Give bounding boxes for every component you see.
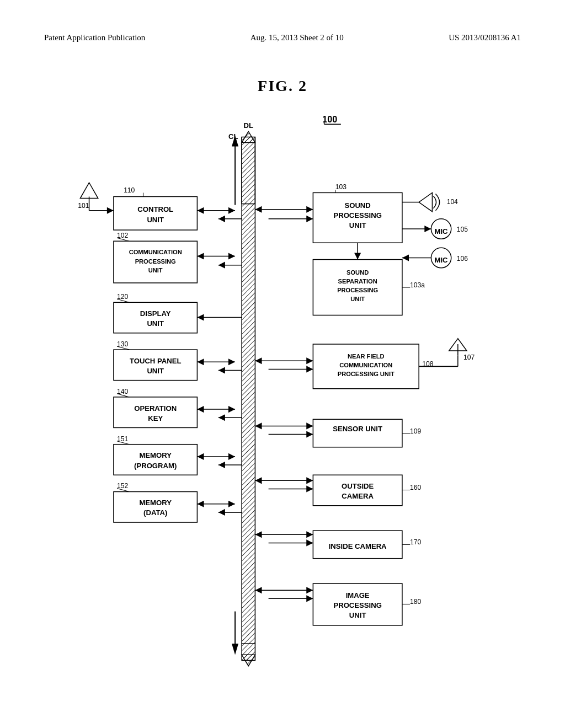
svg-text:PROCESSING: PROCESSING	[337, 287, 378, 293]
svg-marker-107	[306, 485, 313, 492]
header-left: Patent Application Publication	[44, 33, 145, 42]
svg-marker-105	[255, 477, 262, 484]
svg-text:COMMUNICATION: COMMUNICATION	[129, 249, 182, 255]
ref-160: 160	[410, 484, 421, 491]
block-diagram: 100 CL DL 101 CONTROL UNIT 110 COMMUN	[33, 110, 548, 695]
cl-label: CL	[228, 132, 238, 141]
svg-text:UNIT: UNIT	[147, 367, 164, 375]
svg-text:TOUCH PANEL: TOUCH PANEL	[130, 357, 181, 365]
svg-text:OUTSIDE: OUTSIDE	[342, 482, 374, 490]
cl-arrow-down	[232, 644, 238, 655]
svg-marker-40	[197, 406, 204, 413]
svg-marker-24	[218, 262, 225, 269]
svg-text:SOUND: SOUND	[347, 269, 369, 276]
svg-marker-33	[197, 358, 204, 365]
svg-marker-111	[306, 531, 313, 538]
ref-105: 105	[457, 226, 468, 233]
header-center: Aug. 15, 2013 Sheet 2 of 10	[250, 33, 344, 42]
svg-marker-49	[218, 462, 225, 468]
svg-text:UNIT: UNIT	[349, 221, 366, 229]
svg-marker-120	[306, 587, 313, 593]
svg-marker-114	[306, 539, 313, 546]
svg-marker-96	[306, 422, 313, 429]
block-operation-key	[114, 397, 197, 428]
ref-170: 170	[410, 538, 421, 546]
svg-marker-13	[228, 207, 235, 214]
svg-text:PROCESSING: PROCESSING	[135, 258, 176, 265]
svg-marker-14	[197, 207, 204, 214]
ref-101: 101	[78, 202, 89, 210]
svg-text:(DATA): (DATA)	[143, 508, 167, 517]
block-sensor	[313, 419, 402, 447]
svg-marker-90	[255, 357, 262, 364]
svg-text:OPERATION: OPERATION	[134, 404, 177, 413]
svg-text:UNIT: UNIT	[147, 319, 164, 328]
dl-bus-rect	[242, 137, 255, 204]
svg-marker-53	[228, 501, 235, 507]
svg-marker-112	[255, 531, 262, 538]
svg-marker-97	[255, 422, 262, 429]
svg-marker-70	[424, 226, 431, 232]
bus-body	[242, 204, 255, 644]
svg-text:INSIDE CAMERA: INSIDE CAMERA	[329, 542, 387, 550]
speaker-symbol	[419, 192, 432, 211]
svg-marker-28	[197, 314, 204, 320]
svg-text:PROCESSING: PROCESSING	[333, 601, 381, 609]
svg-marker-123	[306, 595, 313, 602]
figure-title: FIG. 2	[258, 77, 307, 95]
svg-text:SENSOR UNIT: SENSOR UNIT	[333, 425, 382, 433]
svg-text:NEAR FIELD: NEAR FIELD	[348, 353, 385, 360]
svg-marker-65	[306, 216, 313, 222]
svg-marker-121	[255, 587, 262, 593]
svg-text:SEPARATION: SEPARATION	[338, 278, 377, 285]
svg-marker-73	[402, 254, 409, 261]
svg-marker-92	[306, 366, 313, 372]
svg-text:MEMORY: MEMORY	[139, 499, 172, 507]
block-memory-program	[114, 445, 197, 475]
svg-text:MEMORY: MEMORY	[139, 451, 172, 459]
svg-marker-42	[218, 414, 225, 421]
header-right: US 2013/0208136 A1	[449, 33, 521, 42]
svg-marker-104	[306, 477, 313, 484]
svg-marker-89	[306, 357, 313, 364]
svg-text:CAMERA: CAMERA	[342, 492, 374, 500]
ref-110: 110	[124, 186, 135, 194]
svg-marker-22	[197, 253, 204, 259]
svg-marker-54	[197, 501, 204, 507]
ref-104: 104	[447, 198, 458, 206]
svg-marker-39	[228, 406, 235, 413]
ref-108: 108	[422, 360, 433, 368]
svg-text:UNIT: UNIT	[350, 296, 365, 302]
svg-marker-47	[197, 453, 204, 460]
block-touch-panel	[114, 350, 197, 381]
page-header: Patent Application Publication Aug. 15, …	[0, 33, 565, 42]
svg-text:SOUND: SOUND	[344, 201, 370, 210]
svg-text:IMAGE: IMAGE	[346, 591, 370, 599]
block-memory-data	[114, 492, 197, 523]
block-outside-camera	[313, 475, 402, 506]
ref-103: 103	[335, 183, 347, 191]
svg-marker-35	[218, 367, 225, 373]
ref-107: 107	[463, 354, 475, 361]
svg-marker-46	[228, 453, 235, 460]
svg-marker-32	[228, 358, 235, 365]
ref-109: 109	[410, 427, 421, 435]
diagram-container: 100 CL DL 101 CONTROL UNIT 110 COMMUN	[33, 110, 548, 695]
svg-text:(PROGRAM): (PROGRAM)	[134, 462, 177, 470]
antenna-101-symbol	[80, 183, 98, 198]
svg-marker-16	[218, 216, 225, 222]
dl-label: DL	[244, 121, 253, 130]
svg-marker-99	[306, 431, 313, 437]
svg-text:UNIT: UNIT	[148, 267, 163, 274]
svg-marker-62	[306, 206, 313, 213]
svg-text:PROCESSING: PROCESSING	[333, 211, 381, 220]
svg-text:MIC: MIC	[435, 256, 449, 264]
svg-text:KEY: KEY	[148, 414, 163, 422]
svg-marker-21	[228, 253, 235, 259]
block-display-unit	[114, 302, 197, 333]
svg-text:PROCESSING UNIT: PROCESSING UNIT	[338, 371, 395, 377]
svg-text:DISPLAY: DISPLAY	[140, 309, 171, 318]
ref-180: 180	[410, 598, 421, 606]
svg-text:UNIT: UNIT	[349, 611, 366, 619]
svg-marker-9	[107, 207, 114, 214]
